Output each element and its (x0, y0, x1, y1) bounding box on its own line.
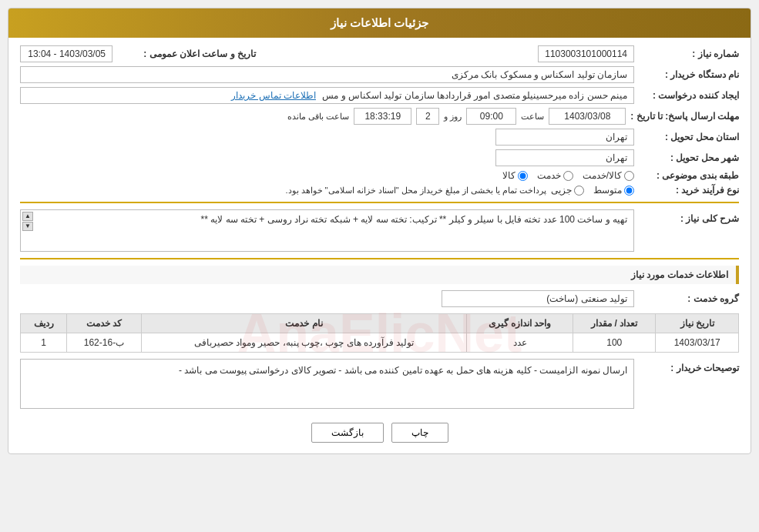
tarikh-value: 1403/03/05 - 13:04 (20, 45, 113, 62)
page-container: جزئیات اطلاعات نیاز شماره نیاز : 1103003… (0, 0, 759, 532)
scroll-up-btn[interactable]: ▲ (22, 212, 33, 221)
ijad-label: ایجاد کننده درخواست : (639, 90, 739, 101)
noefar-note: پرداخت تمام یا بخشی از مبلغ خریداز محل "… (285, 186, 546, 196)
back-button[interactable]: بازگشت (311, 423, 384, 443)
row-grohe: گروه خدمت : تولید صنعتی (ساخت) (20, 290, 739, 307)
mohlet-remaining: ساعت باقی مانده (287, 112, 349, 122)
noefar-jozii: جزیی (551, 185, 584, 196)
cell-radif: 1 (21, 333, 67, 353)
noefar-radio-jozii[interactable] (574, 186, 584, 196)
cell-tarikh: 1403/03/17 (656, 333, 739, 353)
row-notes: توصیحات خریدار : ارسال نمونه الزامیست - … (20, 359, 739, 409)
services-table: تاریخ نیاز تعداد / مقدار واحد اندازه گیر… (20, 313, 739, 353)
grohe-value: تولید صنعتی (ساخت) (442, 290, 634, 307)
ostan-label: استان محل تحویل : (639, 132, 739, 142)
col-nam: نام خدمت (141, 314, 466, 333)
tarikh-label: تاریخ و ساعت اعلان عمومی : (117, 49, 256, 59)
content-area: شماره نیاز : 1103003101000114 تاریخ و سا… (8, 38, 751, 453)
col-code: کد خدمت (67, 314, 142, 333)
tabaqe-label: طبقه بندی موضوعی : (639, 170, 739, 181)
namdastgah-label: نام دستگاه خریدار : (639, 69, 739, 80)
tabaqe-radio-kala[interactable] (518, 171, 528, 181)
noefar-options: متوسط جزیی (551, 185, 634, 196)
header-bar: جزئیات اطلاعات نیاز (8, 8, 751, 38)
sharh-label: شرح کلی نیاز : (639, 209, 739, 224)
saat-label: ساعت (521, 112, 544, 122)
scroll-buttons: ▲ ▼ (22, 212, 33, 231)
divider-2 (20, 258, 739, 259)
col-radif: ردیف (21, 314, 67, 333)
ijad-text: مینم حسن زاده میرحسینیلو متصدی امور قرار… (322, 90, 627, 101)
print-button[interactable]: چاپ (391, 423, 448, 443)
tosaif-label: توصیحات خریدار : (639, 359, 739, 373)
noefar-motavaset: متوسط (593, 185, 634, 196)
mohlet-label: مهلت ارسال پاسخ: تا تاریخ : (630, 111, 739, 122)
cell-tedad: 100 (573, 333, 655, 353)
scroll-down-btn[interactable]: ▼ (22, 222, 33, 231)
noefar-jozii-label: جزیی (551, 185, 572, 196)
tabaqe-kala-khedmat-label: کالا/خدمت (583, 170, 622, 181)
table-row: 1403/03/17 100 عدد تولید فرآورده های چوب… (21, 333, 739, 353)
noefar-radio-motavaset[interactable] (624, 186, 634, 196)
row-ijad: ایجاد کننده درخواست : مینم حسن زاده میرح… (20, 87, 739, 104)
namdastgah-value: سازمان تولید اسکناس و مسکوک بانک مرکزی (20, 66, 634, 83)
tabaqe-options: کالا/خدمت خدمت کالا (502, 170, 634, 181)
tabaqe-radio-kala-khedmat[interactable] (624, 171, 634, 181)
shahr-value: تهران (495, 149, 634, 166)
shahr-label: شهر محل تحویل : (639, 152, 739, 163)
mohlet-countdown: 18:33:19 (354, 108, 411, 125)
tabaqe-radio-khedmat[interactable] (563, 171, 573, 181)
cell-code: ب-16-162 (67, 333, 142, 353)
row-shahr: شهر محل تحویل : تهران (20, 149, 739, 166)
shomara-value: 1103003101000114 (538, 45, 634, 62)
main-card: جزئیات اطلاعات نیاز شماره نیاز : 1103003… (8, 8, 751, 454)
mohlet-days: 2 (416, 108, 439, 125)
tabaqe-khedmat: خدمت (537, 170, 573, 181)
khadamat-title: اطلاعات خدمات مورد نیاز (20, 266, 739, 284)
buttons-row: چاپ بازگشت (20, 417, 739, 446)
ijad-value: مینم حسن زاده میرحسینیلو متصدی امور قرار… (20, 87, 634, 104)
row-sharh: شرح کلی نیاز : تهیه و ساخت 100 عدد تخته … (20, 209, 739, 252)
noefar-motavaset-label: متوسط (593, 185, 622, 196)
row-ostan: استان محل تحویل : تهران (20, 129, 739, 146)
col-tedad: تعداد / مقدار (573, 314, 655, 333)
rooz-label: روز و (444, 112, 462, 122)
sharh-value: تهیه و ساخت 100 عدد تخته فایل با سیلر و … (201, 214, 627, 225)
table-area: تاریخ نیاز تعداد / مقدار واحد اندازه گیر… (20, 313, 739, 353)
ostan-value: تهران (495, 129, 634, 146)
mohlet-time: 09:00 (466, 108, 516, 125)
tabaqe-kala-label: کالا (502, 170, 516, 181)
row-namdastgah: نام دستگاه خریدار : سازمان تولید اسکناس … (20, 66, 739, 83)
shomara-label: شماره نیاز : (639, 49, 739, 59)
tosaif-box: ارسال نمونه الزامیست - کلیه هزینه های حم… (20, 359, 634, 409)
cell-vahed: عدد (467, 333, 573, 353)
col-vahed: واحد اندازه گیری (467, 314, 573, 333)
mohlet-date: 1403/03/08 (549, 108, 626, 125)
divider-1 (20, 202, 739, 203)
row-shomara: شماره نیاز : 1103003101000114 تاریخ و سا… (20, 45, 739, 62)
tabaqe-kala: کالا (502, 170, 528, 181)
tabaqe-kala-khedmat: کالا/خدمت (583, 170, 634, 181)
row-tabaqe: طبقه بندی موضوعی : کالا/خدمت خدمت کالا (20, 170, 739, 181)
header-title: جزئیات اطلاعات نیاز (331, 16, 428, 29)
col-tarikh: تاریخ نیاز (656, 314, 739, 333)
row-noefar: نوع فرآیند خرید : متوسط جزیی پرداخت تمام… (20, 185, 739, 196)
row-mohlet: مهلت ارسال پاسخ: تا تاریخ : 1403/03/08 س… (20, 108, 739, 125)
sharh-box: تهیه و ساخت 100 عدد تخته فایل با سیلر و … (20, 209, 634, 252)
tabaqe-khedmat-label: خدمت (537, 170, 561, 181)
ijad-link[interactable]: اطلاعات تماس خریدار (231, 90, 316, 101)
cell-nam: تولید فرآورده های چوب ،چوب پنبه، حصیر وم… (141, 333, 466, 353)
tosaif-value: ارسال نمونه الزامیست - کلیه هزینه های حم… (179, 365, 627, 376)
grohe-label: گروه خدمت : (639, 293, 739, 304)
noefar-label: نوع فرآیند خرید : (639, 185, 739, 196)
